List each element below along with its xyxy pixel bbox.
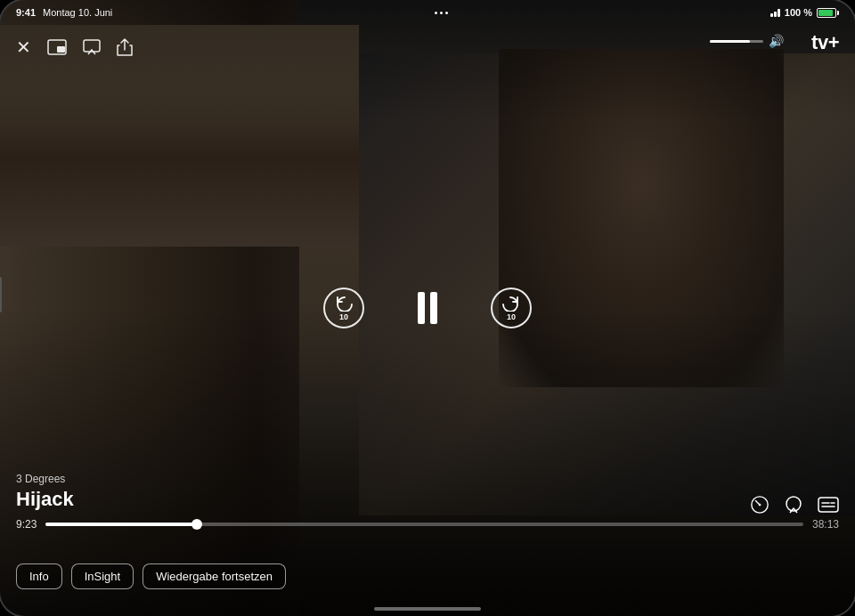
pause-bar-1: [418, 292, 425, 324]
side-handle: [0, 277, 2, 312]
pip-button[interactable]: [47, 39, 67, 55]
status-bar-right: 100 %: [770, 7, 839, 18]
show-title: 3 Degrees: [16, 473, 74, 485]
status-bar-center: [435, 12, 448, 14]
wifi-bar-2: [774, 12, 777, 17]
battery-fill: [818, 10, 833, 16]
speed-icon: [750, 495, 770, 515]
time-remaining: 38:13: [812, 518, 839, 531]
top-left-controls: ✕: [16, 36, 133, 58]
progress-bar[interactable]: [45, 523, 803, 526]
wifi-icon: [770, 8, 780, 17]
home-indicator: [374, 607, 481, 611]
speed-button[interactable]: [750, 495, 770, 515]
tv-plus-text: tv+: [811, 31, 839, 54]
bottom-info: 3 Degrees Hijack: [16, 473, 839, 536]
rewind-button[interactable]: 10: [323, 288, 364, 328]
progress-dot: [191, 519, 202, 530]
share-icon: [117, 38, 133, 56]
battery-label: 100 %: [785, 7, 812, 18]
bottom-buttons: Info InSight Wiedergabe fortsetzen: [16, 563, 286, 589]
date-display: Montag 10. Juni: [43, 7, 112, 18]
subtitles-icon: [818, 496, 839, 514]
svg-rect-1: [57, 46, 65, 53]
appletv-logo: tv+: [810, 31, 839, 54]
time-display: 9:41: [16, 7, 36, 18]
controls-overlay: 9:41 Montag 10. Juni 100 %: [0, 0, 855, 616]
ipad-frame: 9:41 Montag 10. Juni 100 %: [0, 0, 855, 616]
rewind-seconds: 10: [339, 312, 348, 321]
subtitles-button[interactable]: [818, 496, 839, 514]
dot2: [440, 12, 443, 14]
airplay-top-icon: [83, 39, 101, 55]
pause-button[interactable]: [418, 292, 437, 324]
volume-bar[interactable]: [710, 40, 763, 43]
forward-icon: [502, 296, 520, 312]
episode-title: Hijack: [16, 488, 74, 511]
pause-bar-2: [430, 292, 437, 324]
svg-rect-6: [818, 498, 838, 512]
battery-body: [817, 8, 836, 18]
volume-icon: 🔊: [769, 34, 784, 48]
progress-fill: [45, 523, 197, 526]
airplay-top-button[interactable]: [83, 39, 101, 55]
time-current: 9:23: [16, 518, 37, 531]
dot1: [435, 12, 437, 14]
pip-icon: [47, 39, 67, 55]
airplay-bottom-button[interactable]: [784, 496, 803, 514]
info-button[interactable]: Info: [16, 563, 62, 589]
wifi-bar-1: [770, 13, 773, 17]
rewind-icon: [335, 296, 353, 312]
volume-area: 🔊: [710, 34, 784, 48]
volume-fill: [710, 40, 750, 43]
battery-tip: [837, 11, 839, 15]
status-bar: 9:41 Montag 10. Juni 100 %: [0, 0, 855, 25]
share-button[interactable]: [117, 38, 133, 56]
progress-container: 9:23 38:13: [16, 518, 839, 531]
close-button[interactable]: ✕: [16, 36, 31, 58]
center-controls: 10 10: [323, 288, 532, 328]
forward-seconds: 10: [507, 312, 516, 321]
airplay-bottom-icon: [784, 496, 803, 514]
svg-point-4: [759, 504, 761, 507]
insight-button[interactable]: InSight: [71, 563, 134, 589]
wifi-bar-3: [778, 9, 780, 17]
status-bar-left: 9:41 Montag 10. Juni: [16, 7, 112, 18]
battery-icon: [817, 8, 839, 18]
forward-button[interactable]: 10: [491, 288, 532, 328]
bottom-right-controls: [750, 495, 839, 515]
dot3: [445, 12, 448, 14]
resume-button[interactable]: Wiedergabe fortsetzen: [142, 563, 286, 589]
